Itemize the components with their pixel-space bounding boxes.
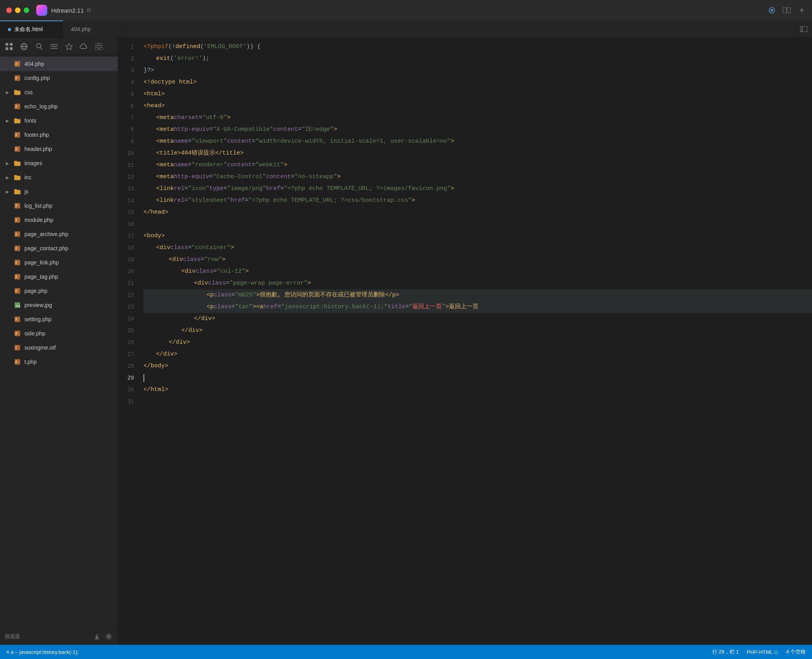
file-item-t[interactable]: ▶ P t.php xyxy=(0,355,118,369)
folder-icon xyxy=(13,117,21,125)
img-file-icon: jpg xyxy=(13,301,21,309)
svg-text:F: F xyxy=(15,346,17,350)
eye-icon[interactable] xyxy=(768,6,776,14)
folder-arrow-images: ▶ xyxy=(5,160,10,166)
sidebar-grid-icon[interactable] xyxy=(5,42,13,51)
filter-label: 筛选器 xyxy=(5,633,89,640)
font-file-icon: F xyxy=(13,344,21,352)
php-file-icon: P xyxy=(13,102,21,110)
add-icon[interactable]: + xyxy=(798,6,806,14)
code-line-18: <div class="container"> xyxy=(143,242,812,254)
file-name: echo_log.php xyxy=(24,103,58,110)
file-name: page_contact.php xyxy=(24,245,68,251)
file-item-page-contact[interactable]: ▶ P page_contact.php xyxy=(0,241,118,255)
sidebar-search-icon[interactable] xyxy=(35,42,43,51)
file-item-footer[interactable]: ▶ P footer.php xyxy=(0,128,118,142)
code-line-23: <p class="tar"><a href="javascript:histo… xyxy=(143,301,812,313)
file-item-images-folder[interactable]: ▶ images xyxy=(0,156,118,170)
maximize-button[interactable] xyxy=(24,7,29,13)
php-file-icon: P xyxy=(13,330,21,337)
statusbar: ≡ a – javascript:history.back(-1); 行 29，… xyxy=(0,645,812,659)
svg-text:P: P xyxy=(15,148,17,151)
file-item-404php[interactable]: ▶ P 404.php xyxy=(0,57,118,71)
titlebar: Hdream2.11 ⚙ + xyxy=(0,0,812,20)
file-item-header[interactable]: ▶ P header.php xyxy=(0,142,118,156)
settings-icon[interactable] xyxy=(104,632,113,641)
code-line-1: <?php if (!defined('EMLOG_ROOT')) { xyxy=(143,41,812,53)
php-file-icon: P xyxy=(13,131,21,139)
sidebar: ▶ P 404.php ▶ P config.php ▶ css xyxy=(0,38,118,645)
svg-rect-4 xyxy=(800,26,807,32)
code-line-30: </html> xyxy=(143,384,812,396)
code-editor[interactable]: 1 2 3 4 5 6 7 8 9 10 11 12 13 14 15 16 1… xyxy=(118,38,812,645)
php-file-icon: P xyxy=(13,202,21,210)
tab-unnamed-html[interactable]: 未命名.html xyxy=(0,20,63,37)
folder-icon xyxy=(13,88,21,96)
statusbar-left: ≡ a – javascript:history.back(-1); xyxy=(6,649,79,655)
file-name: fonts xyxy=(24,117,36,124)
folder-icon xyxy=(13,173,21,181)
file-item-inc-folder[interactable]: ▶ inc xyxy=(0,170,118,184)
sidebar-globe-icon[interactable] xyxy=(20,42,28,51)
svg-text:P: P xyxy=(15,261,17,265)
layout-icon[interactable] xyxy=(783,6,791,14)
svg-rect-20 xyxy=(100,43,102,46)
code-line-4: <!doctype html> xyxy=(143,76,812,88)
file-item-suxingme-otf[interactable]: ▶ F suxingme.otf xyxy=(0,341,118,355)
statusbar-symbol: ≡ a – javascript:history.back(-1); xyxy=(6,649,79,655)
svg-text:P: P xyxy=(15,63,17,66)
sidebar-list-icon[interactable] xyxy=(50,42,58,51)
statusbar-language: PHP-HTML ◇ xyxy=(747,649,778,655)
code-line-28: </body> xyxy=(143,360,812,372)
file-item-page-link[interactable]: ▶ P page_link.php xyxy=(0,255,118,270)
sidebar-cloud-icon[interactable] xyxy=(80,42,88,51)
code-line-27: </div> xyxy=(143,348,812,360)
file-item-css-folder[interactable]: ▶ css xyxy=(0,85,118,99)
sidebar-apps-icon[interactable] xyxy=(95,42,103,51)
file-name: t.php xyxy=(24,359,37,365)
file-item-log-list[interactable]: ▶ P log_list.php xyxy=(0,199,118,213)
code-line-19: <div class="row"> xyxy=(143,254,812,266)
svg-rect-7 xyxy=(10,43,13,46)
svg-text:P: P xyxy=(15,105,17,109)
close-button[interactable] xyxy=(6,7,12,13)
tab-404-php[interactable]: 404.php xyxy=(63,20,126,37)
file-item-configphp[interactable]: ▶ P config.php xyxy=(0,71,118,85)
file-item-page-tag[interactable]: ▶ P page_tag.php xyxy=(0,270,118,284)
editor[interactable]: 1 2 3 4 5 6 7 8 9 10 11 12 13 14 15 16 1… xyxy=(118,38,812,645)
file-item-js-folder[interactable]: ▶ js xyxy=(0,184,118,199)
code-line-9: <meta name="viewport" content="width=dev… xyxy=(143,136,812,147)
svg-marker-18 xyxy=(66,43,73,50)
file-name: setting.php xyxy=(24,316,52,322)
file-item-module[interactable]: ▶ P module.php xyxy=(0,213,118,227)
svg-text:P: P xyxy=(15,247,17,251)
file-name: images xyxy=(24,160,42,166)
code-line-7: <meta charset="utf-8"> xyxy=(143,112,812,124)
tabbar: 未命名.html 404.php xyxy=(0,20,812,38)
file-item-side[interactable]: ▶ P side.php xyxy=(0,326,118,341)
svg-text:P: P xyxy=(15,318,17,322)
php-file-icon: P xyxy=(13,60,21,68)
file-item-page[interactable]: ▶ P page.php xyxy=(0,284,118,298)
code-line-22: <p class="mb25">很抱歉, 您访问的页面不存在或已被管理员删除</… xyxy=(143,289,812,301)
download-icon[interactable] xyxy=(93,632,101,641)
code-line-2: exit('error!'); xyxy=(143,53,812,65)
svg-text:P: P xyxy=(15,233,17,236)
file-item-fonts-folder[interactable]: ▶ fonts xyxy=(0,114,118,128)
sidebar-toggle-button[interactable] xyxy=(795,20,812,37)
file-item-echo-log[interactable]: ▶ P echo_log.php xyxy=(0,99,118,114)
statusbar-line-col: 行 29，栏 1 xyxy=(712,648,739,655)
sidebar-star-icon[interactable] xyxy=(65,42,73,51)
code-line-31 xyxy=(143,396,812,408)
statusbar-right: 行 29，栏 1 PHP-HTML ◇ 4 个空格 xyxy=(712,648,806,655)
file-name: page.php xyxy=(24,288,47,294)
code-line-24: </div> xyxy=(143,313,812,325)
file-item-page-archive[interactable]: ▶ P page_archive.php xyxy=(0,227,118,241)
file-item-setting[interactable]: ▶ P setting.php xyxy=(0,312,118,326)
file-item-preview-jpg[interactable]: ▶ jpg preview.jpg xyxy=(0,298,118,312)
code-content[interactable]: <?php if (!defined('EMLOG_ROOT')) { exit… xyxy=(140,38,812,645)
minimize-button[interactable] xyxy=(15,7,20,13)
svg-rect-19 xyxy=(95,43,98,46)
line-numbers: 1 2 3 4 5 6 7 8 9 10 11 12 13 14 15 16 1… xyxy=(118,38,140,645)
code-line-6: <head> xyxy=(143,100,812,112)
